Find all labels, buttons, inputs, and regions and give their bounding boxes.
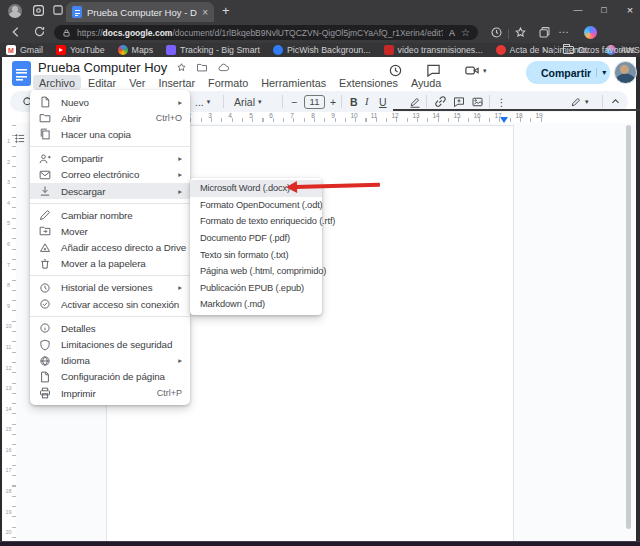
ruler-number: 1 — [4, 138, 13, 144]
font-size-input[interactable]: 11 — [304, 95, 325, 109]
share-dropdown-icon[interactable]: ▾ — [596, 68, 606, 77]
bookmark-picwish[interactable]: PicWish Backgroun... — [273, 45, 371, 55]
address-bar[interactable]: https://docs.google.com/document/d/1rlBk… — [54, 25, 478, 40]
read-aloud-icon[interactable]: A — [449, 28, 455, 38]
menu-item-mover[interactable]: Mover — [30, 223, 190, 239]
ruler-number: 12 — [390, 112, 400, 119]
tab-close-icon[interactable]: × — [202, 7, 208, 18]
drive-shortcut-icon — [38, 241, 51, 254]
extension-icon[interactable] — [490, 26, 503, 39]
bookmark-maps[interactable]: Maps — [118, 45, 154, 55]
menu-ver[interactable]: Ver — [123, 75, 151, 90]
highlight-color-button[interactable] — [409, 94, 421, 109]
account-avatar[interactable] — [614, 61, 637, 84]
video-call-dropdown-icon[interactable]: ▾ — [483, 67, 487, 75]
favorites-hub-icon[interactable] — [514, 26, 527, 39]
browser-tab-active[interactable]: Prueba Computer Hoy - Documen × — [66, 2, 214, 22]
version-history-icon[interactable] — [388, 63, 403, 78]
favorite-star-icon[interactable]: ☆ — [461, 27, 470, 38]
menu-item-activar-acceso-sin-conexion[interactable]: Activar acceso sin conexión — [30, 296, 190, 312]
menu-item-idioma[interactable]: Idioma ▸ — [30, 353, 190, 369]
menu-item-cambiar-nombre[interactable]: Cambiar nombre — [30, 207, 190, 223]
bold-button[interactable]: B — [350, 94, 358, 109]
submenu-item-html[interactable]: Página web (.html, comprimido) — [190, 263, 322, 280]
collections-icon[interactable] — [538, 26, 551, 39]
menu-item-mover-a-la-papelera[interactable]: Mover a la papelera — [30, 256, 190, 272]
insert-image-button[interactable] — [471, 94, 484, 109]
other-favorites-folder[interactable]: Otros favoritos — [563, 45, 635, 55]
insert-link-button[interactable] — [434, 94, 447, 109]
menu-item-descargar[interactable]: Descargar ▸ — [30, 183, 190, 199]
submenu-item-pdf[interactable]: Documento PDF (.pdf) — [190, 230, 322, 247]
window-close-button[interactable]: × — [618, 0, 640, 20]
decrease-font-size-button[interactable]: − — [291, 94, 297, 109]
styles-dropdown[interactable]: ...▾ — [195, 94, 210, 109]
copilot-icon[interactable] — [584, 26, 597, 39]
browser-profile-avatar[interactable] — [8, 4, 22, 18]
vertical-ruler[interactable]: 1 2 3 4 5 6 7 8 9 10 11 12 13 14 15 16 1… — [3, 123, 16, 541]
menu-insertar[interactable]: Insertar — [152, 75, 201, 90]
window-minimize-button[interactable]: — — [566, 0, 590, 20]
google-docs-logo[interactable] — [12, 61, 31, 86]
video-call-icon[interactable] — [464, 63, 480, 78]
menu-formato[interactable]: Formato — [202, 75, 254, 90]
move-folder-icon[interactable] — [196, 62, 208, 73]
menu-herramientas[interactable]: Herramientas — [255, 75, 332, 90]
video-favicon — [384, 45, 394, 55]
star-document-icon[interactable] — [176, 62, 187, 73]
submenu-item-epub[interactable]: Publicación EPUB (.epub) — [190, 280, 322, 297]
bookmark-youtube[interactable]: YouTube — [56, 45, 105, 55]
refresh-icon[interactable] — [33, 25, 49, 41]
ruler-number: 16 — [472, 112, 482, 119]
add-comment-button[interactable] — [453, 94, 465, 109]
menu-item-configuracion-de-pagina[interactable]: Configuración de página — [30, 369, 190, 385]
vertical-scrollbar[interactable] — [626, 125, 631, 529]
ruler-number: 13 — [411, 112, 421, 119]
back-icon[interactable] — [9, 25, 25, 41]
menu-item-limitaciones-de-seguridad[interactable]: Limitaciones de seguridad — [30, 336, 190, 352]
menu-item-imprimir[interactable]: Imprimir Ctrl+P — [30, 385, 190, 401]
document-title[interactable]: Prueba Computer Hoy — [38, 60, 167, 75]
comments-icon[interactable] — [426, 63, 441, 78]
text-color-button[interactable]: A — [394, 94, 640, 109]
bookmark-gmail[interactable]: MGmail — [6, 45, 43, 55]
bookmark-video[interactable]: video transmisiones... — [384, 45, 483, 55]
menu-item-abrir[interactable]: Abrir Ctrl+O — [30, 110, 190, 126]
download-icon — [38, 185, 51, 198]
window-maximize-button[interactable]: □ — [592, 0, 616, 20]
menu-item-nuevo[interactable]: Nuevo ▸ — [30, 94, 190, 110]
share-button[interactable]: Compartir ▾ — [526, 61, 610, 84]
menu-archivo[interactable]: Archivo — [33, 75, 81, 90]
submenu-item-odt[interactable]: Formato OpenDocument (.odt) — [190, 197, 322, 214]
submenu-item-rtf[interactable]: Formato de texto enriquecido (.rtf) — [190, 213, 322, 230]
submenu-item-txt[interactable]: Texto sin formato (.txt) — [190, 246, 322, 263]
menu-item-detalles[interactable]: Detalles — [30, 320, 190, 336]
new-tab-button[interactable]: + — [222, 3, 230, 18]
cloud-status-icon[interactable] — [217, 62, 230, 73]
editing-mode-dropdown[interactable]: ▾ — [570, 94, 589, 109]
ruler-number: 11 — [4, 344, 13, 350]
menu-item-anadir-acceso-directo-a-drive[interactable]: Añadir acceso directo a Drive — [30, 240, 190, 256]
toolbar-more-icon[interactable]: ⋮ — [496, 94, 507, 109]
menu-item-correo-electronico[interactable]: Correo electrónico ▸ — [30, 167, 190, 183]
bookmarks-overflow-chevron[interactable]: › — [543, 45, 546, 55]
ruler-number: 14 — [431, 112, 441, 119]
underline-button[interactable]: U — [379, 94, 387, 109]
bookmark-tracking[interactable]: Tracking - Big Smart — [166, 45, 260, 55]
italic-button[interactable]: I — [365, 94, 369, 109]
show-outline-icon[interactable] — [14, 133, 27, 144]
font-family-dropdown[interactable]: Arial▾ — [234, 94, 262, 109]
menu-editar[interactable]: Editar — [82, 75, 122, 90]
increase-font-size-button[interactable]: + — [330, 94, 336, 109]
menu-item-compartir[interactable]: Compartir ▸ — [30, 151, 190, 167]
globe-icon — [38, 354, 51, 367]
menu-item-hacer-una-copia[interactable]: Hacer una copia — [30, 126, 190, 142]
tab-actions-icon[interactable] — [52, 4, 64, 16]
collapse-toolbar-icon[interactable] — [610, 94, 621, 109]
browser-tab-bar: Prueba Computer Hoy - Documen × + — □ × — [0, 0, 640, 22]
settings-more-icon[interactable]: … — [558, 23, 569, 35]
workspaces-icon[interactable] — [32, 4, 45, 17]
browser-window: Prueba Computer Hoy - Documen × + — □ × … — [0, 0, 640, 546]
submenu-item-md[interactable]: Markdown (.md) — [190, 296, 322, 313]
menu-item-historial-de-versiones[interactable]: Historial de versiones ▸ — [30, 280, 190, 296]
